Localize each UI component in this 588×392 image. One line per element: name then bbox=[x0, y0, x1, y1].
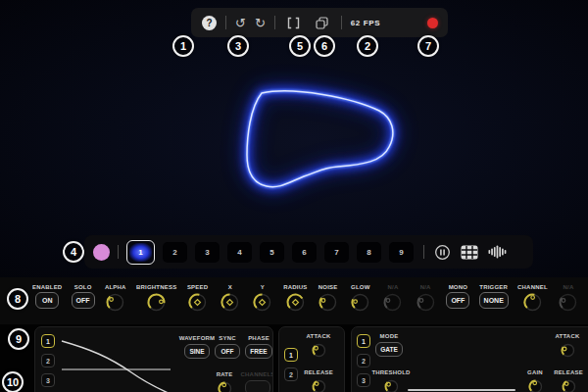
param-y: Y bbox=[251, 284, 274, 317]
param-brightness: BRIGHTNESS bbox=[136, 284, 176, 317]
frame-tab-6[interactable]: 6 bbox=[292, 242, 317, 263]
noise-knob[interactable] bbox=[318, 292, 338, 317]
callout-1: 1 bbox=[172, 35, 194, 57]
lfo-panel: 1234 WAVEFORM SINE SYNC OFF PHASE FREE R… bbox=[34, 326, 273, 392]
frame-tab-bar: 123456789 bbox=[84, 235, 533, 269]
callout-4: 4 bbox=[63, 241, 84, 263]
duplicate-icon[interactable] bbox=[313, 13, 332, 32]
param-enabled: ENABLEDON bbox=[32, 284, 62, 309]
step-1[interactable]: 1 bbox=[284, 348, 298, 362]
release-knob[interactable] bbox=[311, 378, 327, 392]
param-label: N/A bbox=[420, 284, 431, 290]
glow-knob[interactable] bbox=[350, 292, 370, 317]
alpha-knob[interactable] bbox=[105, 292, 125, 317]
bottom-panels: 1234 WAVEFORM SINE SYNC OFF PHASE FREE R… bbox=[0, 324, 588, 392]
knob-row: ENABLEDONSOLOOFFALPHA BRIGHTNESS SPEED X… bbox=[0, 277, 588, 324]
gate-attack-field: ATTACK bbox=[552, 333, 583, 363]
callout-5: 5 bbox=[289, 35, 311, 57]
param-n-a: N/A bbox=[414, 284, 437, 317]
attack-knob[interactable] bbox=[311, 342, 327, 363]
gate-panel: 123 MODE GATE THRESHOLD ATTACK GAIN bbox=[351, 326, 588, 392]
param-label: N/A bbox=[388, 284, 399, 290]
param-speed: SPEED bbox=[186, 284, 210, 317]
param-label: Y bbox=[261, 284, 265, 290]
param-label: TRIGGER bbox=[479, 284, 508, 290]
waveform-icon[interactable] bbox=[487, 242, 507, 262]
gain-knob[interactable] bbox=[527, 378, 544, 392]
param-n-a: N/A bbox=[557, 284, 580, 317]
channel-knob[interactable] bbox=[522, 292, 543, 317]
mono-toggle[interactable]: OFF bbox=[446, 292, 469, 309]
threshold-knob[interactable] bbox=[383, 378, 400, 392]
waveform-select[interactable]: SINE bbox=[184, 344, 210, 359]
fps-counter: 62 FPS bbox=[351, 19, 380, 27]
step-2[interactable]: 2 bbox=[357, 354, 370, 368]
step-1[interactable]: 1 bbox=[41, 334, 55, 348]
callout-9: 9 bbox=[8, 328, 29, 350]
step-2[interactable]: 2 bbox=[284, 368, 298, 381]
step-3[interactable]: 3 bbox=[357, 373, 370, 387]
n/a-knob bbox=[558, 292, 578, 317]
param-label: NOISE bbox=[318, 284, 338, 290]
record-button[interactable] bbox=[427, 18, 438, 28]
param-label: ENABLED bbox=[32, 284, 62, 290]
param-n-a: N/A bbox=[381, 284, 405, 317]
rate-field: RATE bbox=[209, 371, 240, 392]
param-label: RADIUS bbox=[283, 284, 307, 290]
mode-select[interactable]: GATE bbox=[375, 342, 403, 357]
frame-tab-3[interactable]: 3 bbox=[195, 242, 220, 263]
speed-knob[interactable] bbox=[187, 292, 208, 317]
step-2[interactable]: 2 bbox=[41, 354, 55, 368]
enabled-toggle[interactable]: ON bbox=[35, 292, 59, 309]
rate-knob[interactable] bbox=[217, 380, 233, 392]
y-knob[interactable] bbox=[252, 292, 272, 317]
step-3[interactable]: 3 bbox=[41, 373, 55, 387]
help-icon[interactable]: ? bbox=[202, 16, 217, 30]
frame-tab-8[interactable]: 8 bbox=[357, 242, 381, 263]
param-solo: SOLOOFF bbox=[72, 284, 95, 309]
frame-tab-5[interactable]: 5 bbox=[260, 242, 284, 263]
frame-tab-4[interactable]: 4 bbox=[227, 242, 252, 263]
grid-icon[interactable] bbox=[460, 242, 479, 262]
sync-toggle[interactable]: OFF bbox=[215, 344, 240, 359]
toolbar-divider bbox=[274, 16, 275, 29]
radius-knob[interactable] bbox=[285, 292, 306, 317]
param-channel: CHANNEL bbox=[517, 284, 548, 317]
trigger-toggle[interactable]: NONE bbox=[479, 292, 509, 309]
toolbar: ? ↺ ↻ 62 FPS bbox=[191, 8, 448, 37]
param-label: X bbox=[228, 284, 232, 290]
lfo-steps: 1234 bbox=[41, 334, 55, 392]
frame-tab-7[interactable]: 7 bbox=[324, 242, 349, 263]
gate-release-knob[interactable] bbox=[561, 378, 577, 392]
toolbar-divider bbox=[225, 16, 226, 29]
fullscreen-icon[interactable] bbox=[284, 13, 304, 32]
app-window: ? ↺ ↻ 62 FPS 123456789 bbox=[0, 0, 588, 392]
n/a-knob bbox=[382, 292, 403, 317]
gain-field: GAIN bbox=[520, 369, 550, 392]
callout-7: 7 bbox=[417, 35, 439, 57]
frame-tabs: 123456789 bbox=[126, 240, 414, 265]
x-knob[interactable] bbox=[220, 292, 240, 317]
callout-3: 3 bbox=[227, 35, 249, 57]
brightness-knob[interactable] bbox=[146, 292, 167, 317]
channels-field: CHANNELS bbox=[240, 371, 273, 392]
param-label: MONO bbox=[449, 284, 467, 290]
frame-tab-9[interactable]: 9 bbox=[389, 242, 414, 263]
sync-field: SYNC OFF bbox=[213, 335, 242, 359]
tabbar-divider bbox=[423, 245, 424, 259]
undo-icon[interactable]: ↺ bbox=[235, 17, 246, 29]
threshold-field: THRESHOLD bbox=[372, 369, 410, 392]
color-swatch[interactable] bbox=[93, 244, 110, 261]
param-x: X bbox=[219, 284, 242, 317]
frame-tab-2[interactable]: 2 bbox=[163, 242, 187, 263]
step-1[interactable]: 1 bbox=[357, 334, 370, 348]
envelope-steps: 12 bbox=[284, 348, 298, 381]
pause-circle-icon[interactable] bbox=[432, 242, 452, 262]
redo-icon[interactable]: ↻ bbox=[255, 17, 266, 29]
phase-select[interactable]: FREE bbox=[245, 344, 271, 359]
param-trigger: TRIGGERNONE bbox=[479, 284, 509, 309]
param-label: N/A bbox=[564, 284, 574, 290]
solo-toggle[interactable]: OFF bbox=[72, 292, 95, 309]
gate-attack-knob[interactable] bbox=[560, 342, 576, 363]
frame-tab-1[interactable]: 1 bbox=[126, 240, 155, 265]
